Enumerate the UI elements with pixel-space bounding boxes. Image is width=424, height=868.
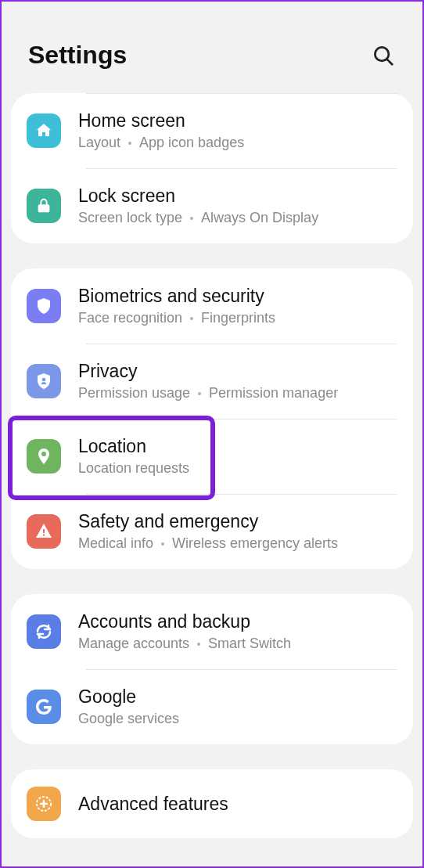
settings-item-subtitle-part: Google services	[78, 711, 179, 727]
settings-item-subtitle-part: Fingerprints	[201, 310, 275, 326]
separator-dot	[128, 142, 131, 145]
settings-item-subtitle: LayoutApp icon badges	[78, 135, 244, 151]
settings-item-title: Safety and emergency	[78, 511, 338, 532]
settings-item-home-screen[interactable]: Home screenLayoutApp icon badges	[11, 93, 413, 168]
sync-icon	[27, 614, 61, 649]
settings-item-title: Accounts and backup	[78, 611, 291, 632]
settings-item-subtitle-part: Wireless emergency alerts	[172, 535, 338, 552]
svg-point-2	[42, 378, 46, 382]
settings-item-subtitle: Medical infoWireless emergency alerts	[78, 535, 338, 552]
settings-item-title: Advanced features	[78, 794, 228, 815]
google-icon	[27, 690, 61, 724]
settings-item-safety[interactable]: Safety and emergencyMedical infoWireless…	[11, 494, 413, 569]
search-button[interactable]	[371, 43, 396, 68]
lock-icon	[27, 189, 61, 223]
settings-item-subtitle: Google services	[78, 711, 179, 727]
settings-item-text: Home screenLayoutApp icon badges	[78, 110, 244, 151]
privacy-icon	[27, 364, 61, 398]
settings-item-privacy[interactable]: PrivacyPermission usagePermission manage…	[11, 344, 413, 419]
shield-icon	[27, 289, 61, 323]
settings-item-subtitle-part: Screen lock type	[78, 210, 182, 226]
settings-item-subtitle-part: Layout	[78, 135, 120, 151]
settings-item-subtitle-part: Smart Switch	[208, 636, 291, 652]
search-icon	[372, 44, 395, 67]
settings-item-subtitle-part: Location requests	[78, 460, 189, 477]
settings-item-subtitle: Manage accountsSmart Switch	[78, 636, 291, 652]
settings-item-text: Lock screenScreen lock typeAlways On Dis…	[78, 185, 318, 226]
settings-item-text: PrivacyPermission usagePermission manage…	[78, 361, 338, 402]
settings-item-title: Lock screen	[78, 185, 318, 207]
settings-item-text: GoogleGoogle services	[78, 686, 179, 727]
settings-item-subtitle-part: Always On Display	[201, 210, 318, 226]
settings-item-title: Home screen	[78, 110, 244, 131]
settings-item-biometrics[interactable]: Biometrics and securityFace recognitionF…	[11, 268, 413, 344]
settings-item-subtitle-part: Permission usage	[78, 385, 190, 402]
settings-item-text: Biometrics and securityFace recognitionF…	[78, 286, 275, 326]
settings-item-subtitle: Location requests	[78, 460, 189, 477]
settings-item-subtitle: Face recognitionFingerprints	[78, 310, 275, 326]
settings-item-text: Advanced features	[78, 794, 228, 815]
settings-item-google[interactable]: GoogleGoogle services	[11, 669, 413, 744]
settings-item-text: Safety and emergencyMedical infoWireless…	[78, 511, 338, 552]
separator-dot	[190, 317, 193, 320]
settings-item-advanced[interactable]: Advanced features	[11, 769, 413, 838]
settings-item-text: LocationLocation requests	[78, 436, 189, 477]
settings-item-subtitle-part: Medical info	[78, 535, 153, 552]
settings-item-lock-screen[interactable]: Lock screenScreen lock typeAlways On Dis…	[11, 168, 413, 243]
settings-item-title: Biometrics and security	[78, 286, 275, 307]
settings-group: Accounts and backupManage accountsSmart …	[11, 594, 413, 744]
separator-dot	[190, 217, 193, 220]
settings-item-subtitle-part: Permission manager	[209, 385, 338, 402]
svg-rect-4	[43, 535, 45, 536]
home-icon	[27, 113, 61, 148]
separator-dot	[161, 542, 164, 546]
plus-icon	[27, 787, 61, 821]
alert-icon	[27, 514, 61, 549]
settings-item-subtitle: Screen lock typeAlways On Display	[78, 210, 318, 226]
settings-item-subtitle-part: Face recognition	[78, 310, 182, 326]
page-title: Settings	[28, 41, 127, 70]
settings-item-subtitle: Permission usagePermission manager	[78, 385, 338, 402]
settings-group: Home screenLayoutApp icon badgesLock scr…	[11, 93, 413, 243]
settings-group: Biometrics and securityFace recognitionF…	[11, 268, 413, 569]
pin-icon	[27, 439, 61, 474]
svg-rect-3	[43, 529, 45, 533]
settings-item-text: Accounts and backupManage accountsSmart …	[78, 611, 291, 652]
settings-item-title: Privacy	[78, 361, 338, 382]
settings-item-title: Location	[78, 436, 189, 457]
settings-group: Advanced features	[11, 769, 413, 838]
settings-item-location[interactable]: LocationLocation requests	[11, 419, 413, 494]
svg-line-1	[386, 59, 392, 64]
separator-dot	[197, 643, 200, 646]
settings-item-title: Google	[78, 686, 179, 708]
settings-item-subtitle-part: Manage accounts	[78, 636, 189, 652]
separator-dot	[198, 392, 201, 395]
settings-item-accounts[interactable]: Accounts and backupManage accountsSmart …	[11, 594, 413, 669]
settings-item-subtitle-part: App icon badges	[139, 135, 244, 151]
